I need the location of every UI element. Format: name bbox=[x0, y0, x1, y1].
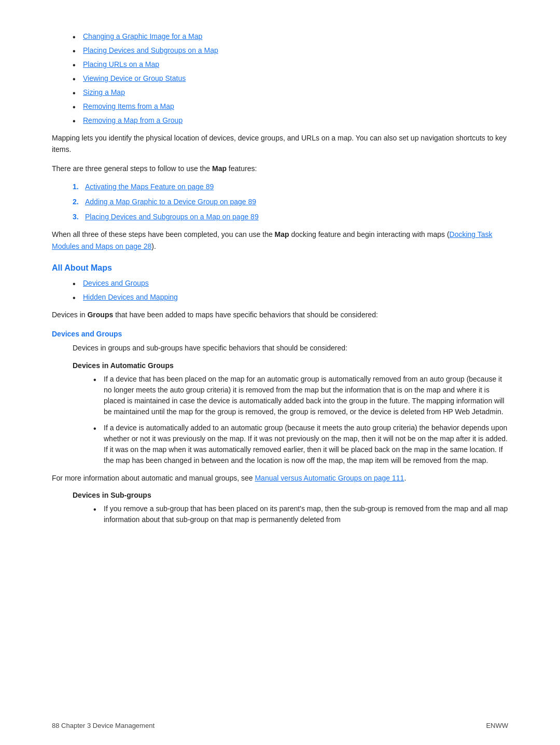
devices-and-groups-heading: Devices and Groups bbox=[52, 330, 508, 338]
subgroup-list: If you remove a sub-group that has been … bbox=[93, 503, 508, 525]
all-about-maps-list: Devices and Groups Hidden Devices and Ma… bbox=[73, 278, 508, 303]
more-info-link[interactable]: Manual versus Automatic Groups on page 1… bbox=[255, 474, 404, 482]
paragraph-after-steps: When all three of these steps have been … bbox=[52, 229, 508, 252]
list-item: Viewing Device or Group Status bbox=[73, 73, 508, 84]
subgroup-bullet-1: If you remove a sub-group that has been … bbox=[93, 503, 508, 525]
link-placing-devices[interactable]: Placing Devices and Subgroups on a Map bbox=[83, 46, 218, 54]
link-sizing-map[interactable]: Sizing a Map bbox=[83, 88, 125, 96]
list-item-hidden-devices: Hidden Devices and Mapping bbox=[73, 292, 508, 303]
after-steps-suffix: docking feature and begin interacting wi… bbox=[289, 230, 450, 238]
intro-p2-prefix: There are three general steps to follow … bbox=[52, 164, 212, 173]
link-step-2[interactable]: Adding a Map Graphic to a Device Group o… bbox=[85, 198, 256, 206]
top-bullet-list: Changing a Graphic Image for a Map Placi… bbox=[73, 31, 508, 126]
footer: 88 Chapter 3 Device Management ENWW bbox=[0, 722, 560, 729]
after-steps-end: ). bbox=[151, 242, 156, 250]
groups-suffix: that have been added to maps have specif… bbox=[113, 311, 378, 319]
list-item: Placing URLs on a Map bbox=[73, 59, 508, 70]
step-1: 1.Activating the Maps Feature on page 89 bbox=[73, 181, 508, 192]
devices-subgroups-heading: Devices in Sub-groups bbox=[73, 491, 508, 499]
list-item: Removing a Map from a Group bbox=[73, 115, 508, 126]
groups-prefix: Devices in bbox=[52, 311, 87, 319]
list-item: Changing a Graphic Image for a Map bbox=[73, 31, 508, 42]
intro-p2-suffix: features: bbox=[227, 164, 257, 173]
link-devices-groups[interactable]: Devices and Groups bbox=[83, 279, 149, 287]
link-hidden-devices[interactable]: Hidden Devices and Mapping bbox=[83, 293, 178, 301]
link-placing-urls[interactable]: Placing URLs on a Map bbox=[83, 60, 159, 68]
map-bold-2: Map bbox=[275, 230, 289, 238]
list-item: Removing Items from a Map bbox=[73, 101, 508, 112]
link-removing-items[interactable]: Removing Items from a Map bbox=[83, 102, 174, 110]
list-item: Sizing a Map bbox=[73, 87, 508, 98]
map-bold-1: Map bbox=[212, 164, 227, 173]
link-changing-graphic[interactable]: Changing a Graphic Image for a Map bbox=[83, 32, 202, 40]
devices-groups-paragraph: Devices in groups and sub-groups have sp… bbox=[73, 342, 508, 354]
after-steps-prefix: When all three of these steps have been … bbox=[52, 230, 275, 238]
auto-bullet-2: If a device is automatically added to an… bbox=[93, 423, 508, 466]
all-about-maps-heading: All About Maps bbox=[52, 263, 508, 273]
step-2: 2.Adding a Map Graphic to a Device Group… bbox=[73, 196, 508, 207]
link-removing-map[interactable]: Removing a Map from a Group bbox=[83, 116, 183, 124]
groups-paragraph: Devices in Groups that have been added t… bbox=[52, 309, 508, 320]
groups-bold: Groups bbox=[87, 311, 113, 319]
list-item-devices-groups: Devices and Groups bbox=[73, 278, 508, 289]
link-viewing-device[interactable]: Viewing Device or Group Status bbox=[83, 74, 186, 82]
link-step-3[interactable]: Placing Devices and Subgroups on a Map o… bbox=[85, 213, 259, 221]
list-item: Placing Devices and Subgroups on a Map bbox=[73, 45, 508, 56]
more-info-suffix: . bbox=[404, 474, 406, 482]
devices-automatic-heading: Devices in Automatic Groups bbox=[73, 361, 508, 370]
step-3: 3.Placing Devices and Subgroups on a Map… bbox=[73, 212, 508, 222]
link-step-1[interactable]: Activating the Maps Feature on page 89 bbox=[85, 182, 214, 191]
more-info-prefix: For more information about automatic and… bbox=[52, 474, 255, 482]
auto-bullet-1: If a device that has been placed on the … bbox=[93, 374, 508, 417]
numbered-steps-list: 1.Activating the Maps Feature on page 89… bbox=[73, 181, 508, 222]
more-info-paragraph: For more information about automatic and… bbox=[52, 472, 508, 484]
intro-paragraph-2: There are three general steps to follow … bbox=[52, 163, 508, 174]
auto-group-list: If a device that has been placed on the … bbox=[93, 374, 508, 466]
footer-right: ENWW bbox=[486, 722, 508, 729]
footer-left: 88 Chapter 3 Device Management bbox=[52, 722, 155, 729]
intro-paragraph-1: Mapping lets you identify the physical l… bbox=[52, 132, 508, 156]
